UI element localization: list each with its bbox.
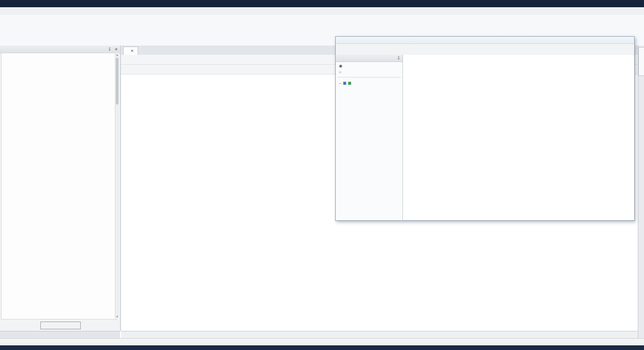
add-layer-button[interactable] (40, 322, 81, 329)
right-dock-strip (638, 45, 644, 338)
file-icon: ▣ (343, 81, 347, 85)
panel-close-icon[interactable]: ✕ (114, 47, 118, 52)
layers-tree (1, 53, 117, 319)
profile-chart[interactable] (403, 55, 633, 220)
show-sources-radio[interactable]: ◉ (336, 62, 402, 68)
collapse-icon[interactable]: − (339, 81, 341, 86)
table-of-content-panel: ↧ ◉ ○ − ▣ ▦ (336, 55, 403, 220)
ribbon-tabbar-right (635, 7, 644, 15)
profile-plot-window: ↧ ◉ ○ − ▣ ▦ (335, 36, 635, 221)
tab-simulation[interactable] (638, 47, 644, 76)
bottom-bar (0, 345, 644, 350)
scrollbar-thumb[interactable] (116, 58, 118, 104)
profile-toolbar (336, 44, 634, 55)
drawing-order-radio[interactable]: ○ (336, 68, 402, 74)
pin-icon[interactable]: ↧ (108, 47, 112, 52)
profile-window-titlebar[interactable] (336, 37, 634, 44)
ribbon-tab-bar (0, 7, 644, 16)
toc-header: ↧ (336, 55, 402, 62)
radio-unselected-icon: ○ (339, 70, 341, 74)
application-status-bar (0, 338, 644, 345)
map-file-icon: ▦ (348, 81, 352, 85)
scroll-down-icon[interactable]: ▼ (115, 315, 119, 318)
profile-chart-area[interactable] (403, 55, 633, 220)
layers-panel-header: ↧ ✕ (0, 45, 120, 53)
layers-panel: ↧ ✕ ▲ ▼ (0, 45, 121, 331)
map-status-bar (121, 331, 638, 339)
left-panel-tabs (0, 331, 120, 339)
toc-pin-icon[interactable]: ↧ (397, 56, 400, 60)
window-titlebar (0, 0, 644, 7)
map-tab-close-icon[interactable]: ✕ (130, 49, 134, 53)
scroll-up-icon[interactable]: ▲ (115, 53, 119, 56)
tab-map[interactable]: ✕ (123, 47, 138, 55)
tree-scrollbar[interactable]: ▲ ▼ (115, 53, 119, 318)
radio-selected-icon: ◉ (339, 64, 342, 68)
toc-file-item[interactable]: − ▣ ▦ (336, 78, 402, 87)
